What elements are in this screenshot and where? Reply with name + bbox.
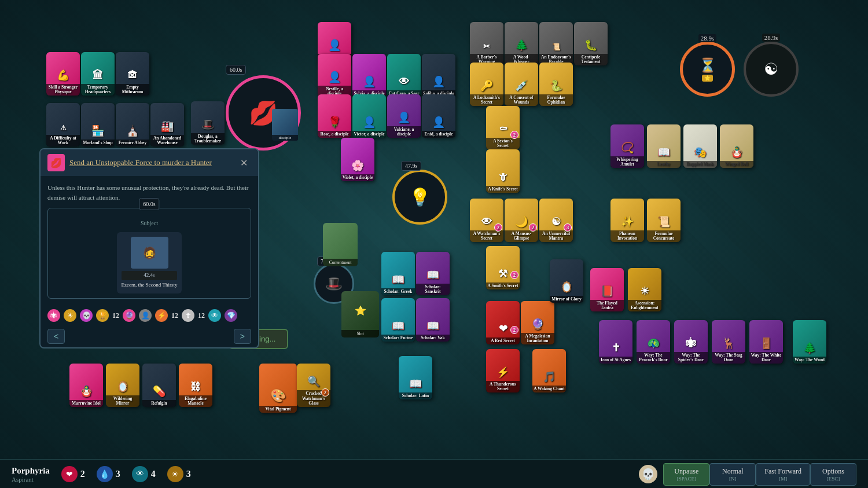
fast-forward-button[interactable]: Fast Forward [M] bbox=[756, 463, 810, 486]
res-icon-10: 💎 bbox=[225, 309, 237, 322]
card-watchman[interactable]: 👁 A Watchman's Secret 2 bbox=[470, 199, 503, 242]
card-locksmith[interactable]: 🔑 A Locksmith's Secret bbox=[470, 63, 503, 106]
mid-action-slot[interactable]: 💡 bbox=[392, 170, 447, 225]
card-formulae-ophidian[interactable]: 🐍 Formulae Ophidian bbox=[539, 63, 573, 106]
card-abandoned-wh[interactable]: 🏭 An Abandoned Warehouse bbox=[150, 103, 184, 146]
res-icon-3: 💀 bbox=[80, 309, 93, 322]
normal-button[interactable]: Normal [N] bbox=[709, 463, 756, 486]
card-valciane[interactable]: 👤 Valciane, a disciple bbox=[387, 94, 421, 138]
card-consent[interactable]: 💉 A Consent of Wounds bbox=[505, 63, 538, 106]
card-megalesian[interactable]: 🔮 A Megalesian Incantation bbox=[521, 301, 554, 344]
main-timer: 60.0s bbox=[226, 65, 246, 75]
circle-card[interactable]: disciple bbox=[272, 109, 298, 141]
dialog-subject-card[interactable]: 🧔 42.4s Ezeem, the Second Thirsty bbox=[117, 232, 182, 293]
card-scholar-greek[interactable]: 📖 Scholar: Greek bbox=[381, 252, 415, 295]
card-refulgin[interactable]: 💊 Refulgin bbox=[142, 364, 176, 407]
dialog-subject-timer: 60.0s bbox=[139, 198, 159, 210]
card-elagabaline[interactable]: ⛓ Elagabaline Manacle bbox=[179, 364, 212, 407]
stat-health: ❤ 2 bbox=[61, 466, 85, 482]
player-name: Porphyria bbox=[12, 466, 50, 476]
card-neville[interactable]: 👤 Neville, a disciple bbox=[318, 54, 351, 97]
card-red-secret[interactable]: ❤ A Red Secret 2 bbox=[486, 301, 520, 344]
card-stag-door[interactable]: 🦌 Way: The Stag Door bbox=[712, 320, 745, 364]
card-mantra[interactable]: ☯ An Unmerciful Mantra 3 bbox=[539, 199, 573, 242]
card-scholar-latin[interactable]: 📖 Scholar: Latin bbox=[399, 356, 432, 399]
dialog-murder-hunter: 💋 Send an Unstoppable Force to murder a … bbox=[39, 148, 259, 348]
dialog-next-button[interactable]: > bbox=[234, 329, 251, 344]
dialog-subject-area: 60.0s Subject 🧔 42.4s Ezeem, the Second … bbox=[47, 208, 251, 299]
dialog-close-button[interactable]: ✕ bbox=[237, 156, 251, 170]
top-right-timer-2[interactable]: ☯ 28.9s bbox=[744, 42, 799, 97]
res-icon-2: ☀ bbox=[64, 309, 76, 322]
dialog-nav: < > bbox=[41, 325, 258, 347]
card-contentment[interactable]: Contentment bbox=[323, 223, 358, 266]
subject-timer: 42.4s bbox=[122, 271, 178, 280]
card-centipede[interactable]: 🐛 Centipede Testament bbox=[574, 22, 608, 65]
card-empty-milth[interactable]: 🏚 Empty Mithraeum bbox=[116, 52, 149, 96]
card-difficulty[interactable]: ⚠ A Difficulty at Work bbox=[46, 103, 80, 146]
card-victor[interactable]: 👤 Victor, a disciple bbox=[352, 94, 386, 138]
card-enid[interactable]: 👤 Enid, a disciple bbox=[422, 94, 455, 138]
card-whispering-amulet[interactable]: 📿 Whispering Amulet bbox=[610, 124, 644, 168]
card-sylvia[interactable]: 👤 Sylvia, a disciple bbox=[352, 54, 386, 97]
res-icon-7: ⚡ bbox=[155, 309, 168, 322]
card-marruvine[interactable]: 🪆 Marruvine Idol bbox=[69, 364, 103, 407]
card-formulae-concursate[interactable]: 📜 Formulae Concursate bbox=[647, 199, 681, 242]
unpause-button[interactable]: Unpause [SPACE] bbox=[663, 463, 709, 486]
stat-reason: 👁 4 bbox=[132, 466, 156, 482]
card-saliba[interactable]: 👤 Saliba, a disciple bbox=[422, 54, 455, 97]
stat-funds: ☀ 3 bbox=[167, 466, 191, 482]
card-sextons[interactable]: ⚰ A Sexton's Secret 2 bbox=[486, 106, 520, 149]
card-icon-agnes[interactable]: ✝ Icon of St Agnes bbox=[599, 320, 632, 364]
card-cat-caro[interactable]: 👁 Cat Caro, a Seer bbox=[387, 54, 421, 97]
reason-icon: 👁 bbox=[132, 466, 148, 482]
dialog-title: Send an Unstoppable Force to murder a Hu… bbox=[69, 158, 232, 167]
card-dappled-mask[interactable]: 🎭 Dappled Mask bbox=[683, 124, 717, 168]
dialog-prev-button[interactable]: < bbox=[47, 329, 65, 344]
passion-icon: 💧 bbox=[97, 466, 113, 482]
card-ascension[interactable]: ☀ Ascension: Enlightenment bbox=[628, 268, 661, 311]
res-count-2: 12 bbox=[171, 311, 178, 320]
card-scholar-sanskrit[interactable]: 📖 Scholar: Sanskrit bbox=[416, 252, 450, 295]
card-wildering[interactable]: 🪞 Wildering Mirror bbox=[106, 364, 139, 407]
card-leathy[interactable]: 📖 Leathy bbox=[647, 124, 681, 168]
card-scholar-vak[interactable]: 📖 Scholar: Vak bbox=[416, 298, 450, 342]
card-scholar-fucine[interactable]: 📖 Scholar: Fucine bbox=[381, 298, 415, 342]
card-temp-hq[interactable]: 🏛 Temporary Headquarters bbox=[81, 52, 115, 96]
card-flayed-tantra[interactable]: 📕 The Flayed Tantra bbox=[590, 268, 624, 311]
top-right-timer-1[interactable]: ⏳ ⭐ 28.9s bbox=[680, 42, 735, 97]
res-icon-9: 👁 bbox=[208, 309, 221, 322]
card-cracked-glass[interactable]: 🔍 Cracked Watchman's Glass 2 bbox=[297, 364, 330, 407]
card-thunderous[interactable]: ⚡ A Thunderous Secret bbox=[486, 349, 520, 392]
card-mirror-glory[interactable]: 🪞 Mirror of Glory bbox=[550, 259, 583, 303]
card-vital-pigment[interactable]: 🎨 Vital Pigment bbox=[259, 364, 297, 413]
card-barbers-warning[interactable]: ✂ A Barber's Warning bbox=[470, 22, 503, 65]
card-skill-physique[interactable]: 💪 Skill a Stronger Physique bbox=[46, 52, 80, 96]
card-white-door[interactable]: 🚪 Way: The White Door bbox=[749, 320, 783, 364]
card-douglas[interactable]: 🎩 Douglas, a Troublemaker bbox=[191, 101, 225, 145]
card-winged-doll[interactable]: 🪆 Winged Doll bbox=[720, 124, 753, 168]
card-phanean[interactable]: ✨ Phanean Invocation bbox=[610, 199, 644, 242]
res-icon-4: 🏆 bbox=[96, 309, 109, 322]
funds-value: 3 bbox=[186, 469, 191, 479]
card-peacocks-door[interactable]: 🦚 Way: The Peacock's Door bbox=[637, 320, 670, 364]
card-waking-chant[interactable]: 🎵 A Waking Chant bbox=[532, 349, 566, 392]
card-morlands[interactable]: 🏪 Morland's Shop bbox=[81, 103, 115, 146]
card-knifes[interactable]: 🗡 A Knife's Secret bbox=[486, 149, 520, 193]
card-wood-door[interactable]: 🌲 Way: The Wood bbox=[793, 320, 826, 364]
slot-card-2[interactable]: ⭐ Slot bbox=[341, 291, 379, 337]
card-smiths[interactable]: ⚒ A Smith's Secret 2 bbox=[486, 246, 520, 289]
skull-icon[interactable]: 💀 bbox=[639, 465, 657, 483]
dialog-resource-bar: 🕷 ☀ 💀 🏆 12 🔮 👤 ⚡ 12 🗡 12 👁 💎 bbox=[41, 306, 258, 325]
card-violet[interactable]: 🌸 Violet, a disciple bbox=[341, 138, 374, 181]
game-board: 💪 Skill a Stronger Physique 🏛 Temporary … bbox=[0, 0, 868, 459]
card-mansus[interactable]: 🌙 A Mansus-Glimpse 2 bbox=[505, 199, 538, 242]
card-spiders-door[interactable]: 🕷 Way: The Spider's Door bbox=[674, 320, 708, 364]
card-endeavours[interactable]: 📜 An Endeavour's Parable bbox=[539, 22, 573, 65]
player-title: Aspirant bbox=[12, 476, 50, 483]
card-wood-whisper[interactable]: 🌲 A Wood-Whisper bbox=[505, 22, 538, 65]
card-rose[interactable]: 🌹 Rose, a disciple bbox=[318, 94, 351, 138]
card-fermier[interactable]: ⛪ Fermier Abbey bbox=[116, 103, 149, 146]
res-icon-8: 🗡 bbox=[182, 309, 194, 322]
options-button[interactable]: Options [ESC] bbox=[810, 463, 856, 486]
